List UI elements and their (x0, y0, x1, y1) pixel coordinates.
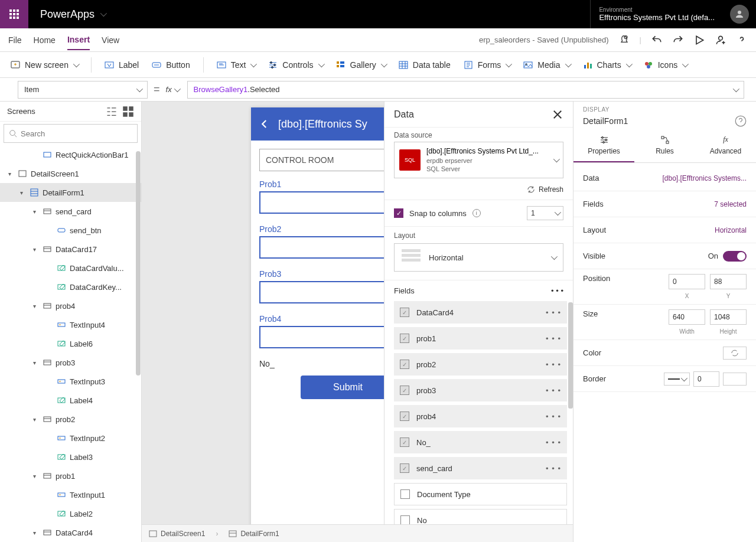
field-more-icon[interactable]: • • • (546, 334, 561, 343)
field-item[interactable]: Document Type (394, 483, 567, 505)
scrollbar-thumb[interactable] (136, 151, 141, 376)
thumbnail-view-icon[interactable] (122, 106, 134, 117)
avatar[interactable] (730, 5, 749, 24)
tree-node[interactable]: Label4 (0, 391, 141, 410)
visible-toggle[interactable] (723, 251, 747, 262)
color-picker[interactable] (723, 347, 747, 360)
undo-icon[interactable] (651, 34, 663, 46)
tree-node[interactable]: Label3 (0, 448, 141, 466)
tree-node[interactable]: RectQuickActionBar1 (0, 145, 141, 164)
app-launcher-icon[interactable] (0, 0, 28, 28)
snap-checkbox[interactable]: ✓ (394, 208, 403, 218)
prop-border[interactable]: Border 0 (573, 366, 756, 392)
height-input[interactable]: 1048 (710, 309, 747, 325)
field-checkbox[interactable]: ✓ (400, 437, 409, 447)
gallery-button[interactable]: Gallery (336, 60, 386, 70)
label-button[interactable]: Label (105, 60, 139, 70)
info-icon[interactable]: i (472, 209, 481, 217)
field-item[interactable]: ✓send_card• • • (394, 457, 567, 479)
tree-node[interactable]: DataCardKey... (0, 277, 141, 296)
datatable-button[interactable]: Data table (399, 60, 451, 70)
border-width-input[interactable]: 0 (693, 371, 719, 387)
breadcrumb-detailform[interactable]: DetailForm1 (229, 530, 279, 538)
charts-button[interactable]: Charts (583, 60, 631, 70)
tree-node[interactable]: TextInput1 (0, 485, 141, 504)
field-more-icon[interactable]: • • • (546, 386, 561, 395)
border-style-select[interactable] (664, 373, 690, 386)
search-input[interactable]: Search (4, 124, 138, 143)
field-checkbox[interactable]: ✓ (400, 412, 409, 421)
chevron-down-icon[interactable] (553, 156, 560, 162)
field-more-icon[interactable]: • • • (546, 360, 561, 369)
field-more-icon[interactable]: • • • (546, 438, 561, 447)
breadcrumb-detailscreen[interactable]: DetailScreen1 (149, 530, 205, 538)
icons-button[interactable]: Icons (644, 60, 687, 70)
tree-node[interactable]: TextInput4 (0, 315, 141, 334)
forms-button[interactable]: Forms (464, 60, 511, 70)
tree-node[interactable]: ▾prob1 (0, 466, 141, 485)
width-input[interactable]: 640 (669, 309, 705, 325)
refresh-button[interactable]: Refresh (384, 183, 573, 200)
help-icon[interactable] (735, 115, 747, 127)
tree-node[interactable]: TextInput3 (0, 372, 141, 391)
tab-advanced[interactable]: fx Advanced (695, 130, 756, 162)
datasource-card[interactable]: SQL [dbo].[Efftronics Systems Pvt Ltd_..… (394, 142, 563, 178)
redo-icon[interactable] (672, 34, 684, 46)
tree-node[interactable]: ▾DataCard4 (0, 523, 141, 542)
menu-view[interactable]: View (102, 31, 119, 50)
tree-node[interactable]: DataCardValu... (0, 259, 141, 277)
field-checkbox[interactable] (400, 489, 410, 499)
tree-node[interactable]: ▾prob4 (0, 296, 141, 315)
app-name[interactable]: PowerApps (28, 8, 117, 21)
tree-node[interactable]: send_btn (0, 221, 141, 240)
field-item[interactable]: ✓No_• • • (394, 431, 567, 453)
tree-node[interactable]: ▾DetailForm1 (0, 183, 141, 202)
tree-node[interactable]: ▾prob2 (0, 410, 141, 429)
controls-button[interactable]: Controls (268, 60, 322, 70)
tree-node[interactable]: Label2 (0, 504, 141, 523)
checker-icon[interactable] (618, 34, 630, 46)
button-button[interactable]: Button (152, 60, 190, 70)
close-icon[interactable] (552, 109, 563, 120)
share-icon[interactable] (715, 34, 726, 46)
tree-node[interactable]: Label6 (0, 334, 141, 353)
tree-view-icon[interactable] (106, 106, 118, 117)
field-item[interactable]: ✓prob2• • • (394, 353, 567, 376)
menu-home[interactable]: Home (34, 31, 56, 50)
snap-columns-select[interactable]: 1 (527, 206, 563, 220)
tree-node[interactable]: ▾DetailScreen1 (0, 164, 141, 183)
prop-layout[interactable]: Layout Horizontal (573, 217, 756, 243)
fx-icon[interactable]: fx (166, 85, 184, 94)
border-color-picker[interactable] (723, 373, 747, 386)
help-icon[interactable] (736, 34, 748, 46)
layout-select[interactable]: Horizontal (394, 243, 563, 272)
tree-node[interactable]: ▾send_card (0, 202, 141, 221)
tree-node[interactable]: ▾DataCard17 (0, 240, 141, 259)
fields-more-icon[interactable]: • • • (551, 286, 563, 295)
field-more-icon[interactable]: • • • (546, 412, 561, 421)
field-checkbox[interactable] (400, 515, 410, 524)
property-selector[interactable]: Item (18, 81, 148, 99)
tab-rules[interactable]: Rules (634, 130, 695, 162)
field-checkbox[interactable]: ✓ (400, 334, 409, 343)
menu-insert[interactable]: Insert (67, 30, 90, 50)
field-checkbox[interactable]: ✓ (400, 308, 409, 317)
field-checkbox[interactable]: ✓ (400, 463, 409, 473)
tree-node[interactable]: ▾prob3 (0, 353, 141, 372)
field-item[interactable]: ✓prob1• • • (394, 327, 567, 350)
prop-fields[interactable]: Fields 7 selected (573, 191, 756, 217)
text-button[interactable]: Text (217, 60, 256, 70)
field-checkbox[interactable]: ✓ (400, 360, 409, 369)
field-item[interactable]: No (394, 509, 567, 524)
play-icon[interactable] (693, 34, 705, 46)
pos-x-input[interactable]: 0 (669, 274, 705, 289)
formula-input[interactable]: BrowseGallery1.Selected (187, 81, 744, 99)
back-arrow-icon[interactable] (259, 119, 270, 129)
scrollbar-thumb[interactable] (568, 302, 573, 409)
pos-y-input[interactable]: 88 (710, 274, 747, 289)
field-more-icon[interactable]: • • • (546, 308, 561, 317)
media-button[interactable]: Media (523, 60, 569, 70)
field-item[interactable]: ✓prob4• • • (394, 405, 567, 427)
submit-button[interactable]: Submit (301, 376, 395, 399)
field-item[interactable]: ✓prob3• • • (394, 379, 567, 401)
